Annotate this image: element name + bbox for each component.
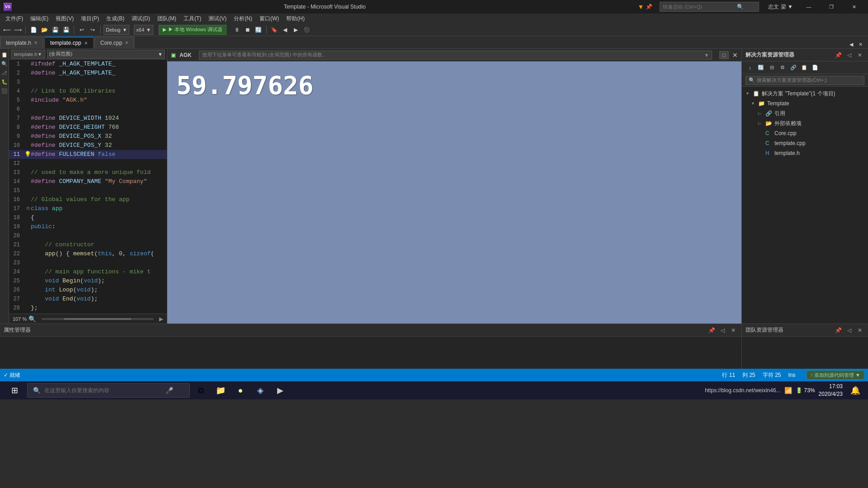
- menu-test[interactable]: 测试(V): [205, 14, 230, 23]
- sol-sync-btn[interactable]: ↕: [745, 63, 755, 72]
- platform-dropdown[interactable]: x64 ▼: [134, 25, 153, 35]
- activity-git-icon[interactable]: ⎇: [0, 69, 9, 77]
- sol-filter-btn[interactable]: ⚙: [778, 63, 787, 72]
- explorer-btn[interactable]: 📁: [212, 381, 230, 399]
- properties-close-btn[interactable]: ✕: [729, 326, 738, 335]
- tab-close-template-cpp[interactable]: ✕: [84, 41, 88, 46]
- menu-help[interactable]: 帮助(H): [283, 14, 308, 23]
- properties-pin-btn[interactable]: 📌: [707, 326, 716, 335]
- menu-project[interactable]: 项目(P): [77, 14, 103, 23]
- code-line-25: 25 void Begin(void);: [9, 277, 167, 286]
- tree-item-template-h[interactable]: H template.h: [742, 148, 868, 158]
- tree-item-refs[interactable]: ▷ 🔗 引用: [742, 108, 868, 118]
- activity-extensions-icon[interactable]: ⬛: [0, 87, 9, 95]
- activity-search-icon[interactable]: 🔍: [0, 60, 9, 68]
- quick-launch-bar[interactable]: 🔍: [660, 2, 759, 12]
- vscode-btn[interactable]: ◈: [251, 381, 269, 399]
- activity-explorer-icon[interactable]: 📋: [0, 51, 9, 59]
- toolbar-fwd-btn[interactable]: ⟶: [13, 25, 23, 35]
- tree-item-template[interactable]: ▼ 📁 Template: [742, 99, 868, 108]
- menu-analyze[interactable]: 分析(N): [230, 14, 256, 23]
- toolbar-bookmark-btn[interactable]: 🔖: [269, 25, 279, 35]
- preview-search-dropdown-icon[interactable]: ▼: [704, 52, 709, 58]
- tab-template-cpp[interactable]: template.cpp ✕: [44, 37, 94, 48]
- tree-item-solution[interactable]: ▼ 📋 解决方案 "Template"(1 个项目): [742, 89, 868, 99]
- tab-close-core-cpp[interactable]: ✕: [125, 40, 128, 45]
- toolbar-pause-btn[interactable]: ⏸: [232, 25, 242, 35]
- menu-team[interactable]: 团队(M): [154, 14, 180, 23]
- toolbar-bookmark-prev-btn[interactable]: ◀: [280, 25, 290, 35]
- solution-close-btn[interactable]: ✕: [855, 51, 864, 60]
- tree-item-extdeps[interactable]: ▷ 📂 外部依赖项: [742, 118, 868, 128]
- taskview-btn[interactable]: ⧉: [192, 381, 210, 399]
- tab-core-cpp[interactable]: Core.cpp ✕: [94, 37, 135, 48]
- menu-view[interactable]: 视图(V): [52, 14, 77, 23]
- editor-content[interactable]: 1 #ifndef _H_AGK_TEMPLATE_ 2 #define _H_…: [9, 60, 167, 314]
- activity-debug-icon[interactable]: 🐛: [0, 78, 9, 86]
- solution-pin-btn[interactable]: 📌: [834, 51, 843, 60]
- debug-config-dropdown[interactable]: Debug ▼: [104, 25, 129, 35]
- quick-launch-input[interactable]: [663, 4, 735, 9]
- menu-tools[interactable]: 工具(T): [180, 14, 205, 23]
- mic-icon[interactable]: 🎤: [165, 387, 173, 394]
- tree-item-core-cpp[interactable]: C Core.cpp: [742, 128, 868, 138]
- team-close-btn[interactable]: ✕: [855, 326, 864, 335]
- user-label[interactable]: 志文 梁 ▼: [764, 3, 797, 11]
- notification-btn[interactable]: 🔔: [846, 381, 864, 399]
- menu-build[interactable]: 生成(B): [103, 14, 128, 23]
- media-btn[interactable]: ▶: [271, 381, 289, 399]
- start-button[interactable]: ⊞: [4, 381, 25, 399]
- code-line-11: 11 💡 #define FULLSCREEN false: [9, 150, 167, 159]
- lightbulb-icon[interactable]: 💡: [24, 150, 31, 159]
- source-control-button[interactable]: ↑ 添加到源代码管理 ▼: [807, 371, 865, 380]
- preview-close-btn[interactable]: ✕: [732, 52, 738, 59]
- scope-bar: template.h ▼ (全局范围) ▼: [9, 49, 167, 60]
- close-button[interactable]: ✕: [844, 0, 864, 14]
- taskbar-search-bar[interactable]: 🔍 🎤: [27, 383, 190, 398]
- sol-collapse-btn[interactable]: ⊟: [767, 63, 776, 72]
- properties-arrow-btn[interactable]: ◁: [718, 326, 727, 335]
- toolbar-redo-btn[interactable]: ↪: [88, 25, 98, 35]
- tab-close-all-btn[interactable]: ✕: [857, 41, 864, 48]
- toolbar-newfile-btn[interactable]: 📄: [28, 25, 38, 35]
- toolbar-undo-btn[interactable]: ↩: [77, 25, 87, 35]
- toolbar-stop-btn[interactable]: ⏹: [243, 25, 253, 35]
- time-display[interactable]: 17:03 2020/4/23: [819, 383, 843, 398]
- menu-window[interactable]: 窗口(W): [256, 14, 283, 23]
- sol-open-btn[interactable]: 🔗: [789, 63, 798, 72]
- preview-search-bar[interactable]: 使用下拉菜单可查看和导航到 (全局范围) 中的所有函数.. ▼: [199, 51, 712, 60]
- sol-show-files-btn[interactable]: 📄: [811, 63, 820, 72]
- menu-edit[interactable]: 编辑(E): [27, 14, 52, 23]
- toolbar-save-btn[interactable]: 💾: [50, 25, 60, 35]
- team-pin-btn[interactable]: 📌: [834, 326, 843, 335]
- file-dropdown[interactable]: template.h ▼: [11, 50, 45, 59]
- toolbar-saveall-btn[interactable]: 💾: [61, 25, 71, 35]
- preview-collapse-btn[interactable]: □: [719, 51, 729, 59]
- solution-search-input[interactable]: 🔍 搜索解决方案资源管理器(Ctrl+;): [745, 76, 864, 85]
- toolbar-restart-btn[interactable]: 🔄: [254, 25, 264, 35]
- tab-list-btn[interactable]: ◀: [848, 41, 855, 48]
- chrome-btn[interactable]: ●: [231, 381, 250, 399]
- team-arrow-btn[interactable]: ◁: [844, 326, 854, 335]
- scope-dropdown[interactable]: (全局范围) ▼: [47, 50, 165, 59]
- notification-label[interactable]: https://blog.csdn.net/weixin46...: [705, 387, 780, 394]
- tree-item-template-cpp[interactable]: C template.cpp: [742, 138, 868, 148]
- tab-close-template-h[interactable]: ✕: [34, 40, 38, 45]
- horizontal-scrollbar[interactable]: [42, 318, 154, 320]
- toolbar-back-btn[interactable]: ⟵: [2, 25, 12, 35]
- scroll-right-btn[interactable]: ▶: [159, 316, 163, 322]
- solution-arrow-btn[interactable]: ◁: [844, 51, 854, 60]
- sol-properties-btn[interactable]: 📋: [800, 63, 809, 72]
- toolbar-breakpoint-btn[interactable]: ⚫: [302, 25, 312, 35]
- run-button[interactable]: ▶ ▶ 本地 Windows 调试器: [159, 25, 226, 35]
- sol-refresh-btn[interactable]: 🔄: [756, 63, 765, 72]
- toolbar-open-btn[interactable]: 📂: [39, 25, 49, 35]
- taskbar-search-input[interactable]: [44, 387, 162, 394]
- minimize-button[interactable]: —: [798, 0, 819, 14]
- zoom-value[interactable]: 107 %: [13, 316, 27, 322]
- restore-button[interactable]: ❐: [821, 0, 842, 14]
- toolbar-bookmark-next-btn[interactable]: ▶: [291, 25, 301, 35]
- tab-template-h[interactable]: template.h ✕: [0, 37, 43, 48]
- menu-debug[interactable]: 调试(D): [128, 14, 154, 23]
- menu-file[interactable]: 文件(F): [2, 14, 27, 23]
